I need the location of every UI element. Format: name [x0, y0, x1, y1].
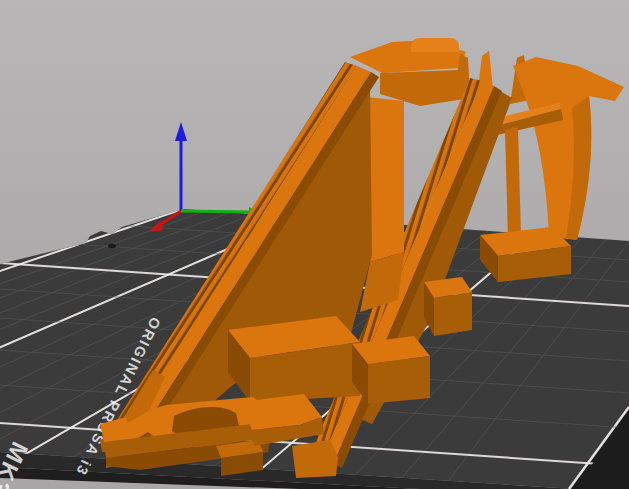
bed-screw-hole	[108, 244, 116, 248]
summit-connector-peg[interactable]	[411, 38, 459, 52]
y-axis-line	[181, 211, 250, 212]
foot-block-3-front[interactable]	[434, 292, 472, 336]
scene-canvas[interactable]: ORIGINAL PRUSA i3 MK3	[0, 0, 629, 489]
connector-peg-hole[interactable]	[214, 419, 223, 426]
slicer-3d-viewport[interactable]: ORIGINAL PRUSA i3 MK3	[0, 0, 629, 489]
right-rail-end-block[interactable]	[292, 440, 338, 478]
foot-block-2-front[interactable]	[368, 356, 430, 404]
